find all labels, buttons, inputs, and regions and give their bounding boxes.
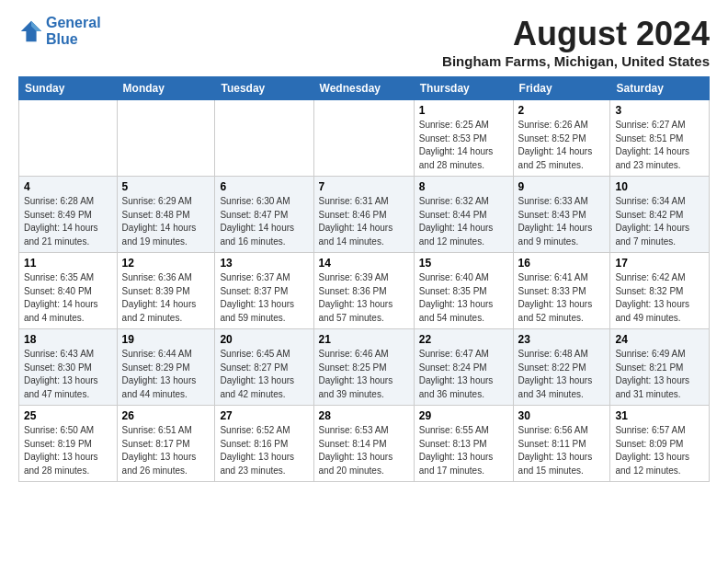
header: General Blue August 2024 Bingham Farms, … [18, 15, 710, 69]
day-info: Sunrise: 6:48 AMSunset: 8:22 PMDaylight:… [518, 348, 606, 401]
logo-icon [18, 18, 44, 44]
day-info: Sunrise: 6:40 AMSunset: 8:35 PMDaylight:… [419, 271, 508, 325]
calendar-day-cell: 4Sunrise: 6:28 AMSunset: 8:49 PMDaylight… [19, 177, 118, 253]
calendar-day-cell [313, 100, 414, 177]
day-number: 17 [615, 257, 704, 270]
calendar-header-row: SundayMondayTuesdayWednesdayThursdayFrid… [19, 77, 710, 100]
day-number: 16 [518, 257, 606, 270]
calendar-day-cell: 19Sunrise: 6:44 AMSunset: 8:29 PMDayligh… [117, 329, 215, 406]
day-info: Sunrise: 6:36 AMSunset: 8:39 PMDaylight:… [122, 271, 210, 325]
day-number: 10 [615, 180, 704, 193]
day-number: 31 [615, 409, 704, 422]
day-info: Sunrise: 6:46 AMSunset: 8:25 PMDaylight:… [319, 348, 409, 401]
day-info: Sunrise: 6:52 AMSunset: 8:16 PMDaylight:… [220, 424, 308, 477]
calendar-day-cell: 2Sunrise: 6:26 AMSunset: 8:52 PMDaylight… [513, 100, 610, 177]
calendar-day-cell [19, 100, 118, 177]
calendar-day-cell [117, 100, 215, 177]
calendar-week-row: 18Sunrise: 6:43 AMSunset: 8:30 PMDayligh… [19, 329, 710, 406]
calendar-day-header: Monday [117, 77, 215, 100]
day-number: 12 [122, 257, 210, 270]
page: General Blue August 2024 Bingham Farms, … [0, 0, 728, 497]
day-number: 14 [319, 257, 409, 270]
day-number: 1 [419, 104, 508, 117]
day-info: Sunrise: 6:28 AMSunset: 8:49 PMDaylight:… [24, 195, 112, 248]
calendar-day-cell: 1Sunrise: 6:25 AMSunset: 8:53 PMDaylight… [414, 100, 513, 177]
calendar-day-cell: 14Sunrise: 6:39 AMSunset: 8:36 PMDayligh… [313, 253, 414, 329]
calendar-day-cell: 21Sunrise: 6:46 AMSunset: 8:25 PMDayligh… [313, 329, 414, 406]
title-block: August 2024 Bingham Farms, Michigan, Uni… [442, 15, 710, 69]
calendar-day-cell: 24Sunrise: 6:49 AMSunset: 8:21 PMDayligh… [610, 329, 710, 406]
day-info: Sunrise: 6:50 AMSunset: 8:19 PMDaylight:… [24, 424, 112, 477]
calendar-day-cell: 17Sunrise: 6:42 AMSunset: 8:32 PMDayligh… [610, 253, 710, 329]
day-info: Sunrise: 6:34 AMSunset: 8:42 PMDaylight:… [615, 195, 704, 248]
day-info: Sunrise: 6:27 AMSunset: 8:51 PMDaylight:… [615, 119, 704, 172]
day-number: 20 [220, 333, 308, 346]
day-info: Sunrise: 6:53 AMSunset: 8:14 PMDaylight:… [319, 424, 409, 477]
day-number: 26 [122, 409, 210, 422]
calendar-day-cell: 10Sunrise: 6:34 AMSunset: 8:42 PMDayligh… [610, 177, 710, 253]
subtitle: Bingham Farms, Michigan, United States [442, 53, 710, 69]
calendar-day-cell: 22Sunrise: 6:47 AMSunset: 8:24 PMDayligh… [414, 329, 513, 406]
calendar-week-row: 11Sunrise: 6:35 AMSunset: 8:40 PMDayligh… [19, 253, 710, 329]
day-number: 21 [319, 333, 409, 346]
day-info: Sunrise: 6:42 AMSunset: 8:32 PMDaylight:… [615, 271, 704, 325]
calendar-day-cell: 11Sunrise: 6:35 AMSunset: 8:40 PMDayligh… [19, 253, 118, 329]
day-number: 11 [24, 257, 112, 270]
calendar-day-cell: 27Sunrise: 6:52 AMSunset: 8:16 PMDayligh… [215, 406, 313, 482]
calendar-day-cell: 13Sunrise: 6:37 AMSunset: 8:37 PMDayligh… [215, 253, 313, 329]
day-info: Sunrise: 6:35 AMSunset: 8:40 PMDaylight:… [24, 271, 112, 325]
day-info: Sunrise: 6:31 AMSunset: 8:46 PMDaylight:… [319, 195, 409, 248]
calendar-week-row: 25Sunrise: 6:50 AMSunset: 8:19 PMDayligh… [19, 406, 710, 482]
calendar-day-cell: 18Sunrise: 6:43 AMSunset: 8:30 PMDayligh… [19, 329, 118, 406]
calendar-table: SundayMondayTuesdayWednesdayThursdayFrid… [18, 76, 710, 482]
calendar-day-cell: 23Sunrise: 6:48 AMSunset: 8:22 PMDayligh… [513, 329, 610, 406]
day-number: 5 [122, 180, 210, 193]
day-number: 27 [220, 409, 308, 422]
day-info: Sunrise: 6:57 AMSunset: 8:09 PMDaylight:… [615, 424, 704, 477]
day-number: 19 [122, 333, 210, 346]
day-number: 2 [518, 104, 606, 117]
calendar-day-header: Wednesday [313, 77, 414, 100]
calendar-week-row: 4Sunrise: 6:28 AMSunset: 8:49 PMDaylight… [19, 177, 710, 253]
calendar-day-cell: 7Sunrise: 6:31 AMSunset: 8:46 PMDaylight… [313, 177, 414, 253]
day-info: Sunrise: 6:26 AMSunset: 8:52 PMDaylight:… [518, 119, 606, 172]
day-info: Sunrise: 6:39 AMSunset: 8:36 PMDaylight:… [319, 271, 409, 325]
day-number: 22 [419, 333, 508, 346]
calendar-day-cell: 25Sunrise: 6:50 AMSunset: 8:19 PMDayligh… [19, 406, 118, 482]
calendar-day-header: Tuesday [215, 77, 313, 100]
day-number: 15 [419, 257, 508, 270]
calendar-day-header: Sunday [19, 77, 118, 100]
day-info: Sunrise: 6:41 AMSunset: 8:33 PMDaylight:… [518, 271, 606, 325]
day-number: 6 [220, 180, 308, 193]
day-info: Sunrise: 6:45 AMSunset: 8:27 PMDaylight:… [220, 348, 308, 401]
calendar-day-cell: 30Sunrise: 6:56 AMSunset: 8:11 PMDayligh… [513, 406, 610, 482]
day-info: Sunrise: 6:37 AMSunset: 8:37 PMDaylight:… [220, 271, 308, 325]
calendar-day-header: Saturday [610, 77, 710, 100]
day-info: Sunrise: 6:29 AMSunset: 8:48 PMDaylight:… [122, 195, 210, 248]
calendar-day-cell: 15Sunrise: 6:40 AMSunset: 8:35 PMDayligh… [414, 253, 513, 329]
day-info: Sunrise: 6:32 AMSunset: 8:44 PMDaylight:… [419, 195, 508, 248]
day-info: Sunrise: 6:51 AMSunset: 8:17 PMDaylight:… [122, 424, 210, 477]
calendar-day-cell: 9Sunrise: 6:33 AMSunset: 8:43 PMDaylight… [513, 177, 610, 253]
logo-text: General Blue [46, 15, 101, 47]
day-number: 30 [518, 409, 606, 422]
day-info: Sunrise: 6:56 AMSunset: 8:11 PMDaylight:… [518, 424, 606, 477]
calendar-day-cell: 16Sunrise: 6:41 AMSunset: 8:33 PMDayligh… [513, 253, 610, 329]
calendar-day-header: Thursday [414, 77, 513, 100]
day-number: 23 [518, 333, 606, 346]
day-number: 29 [419, 409, 508, 422]
day-info: Sunrise: 6:25 AMSunset: 8:53 PMDaylight:… [419, 119, 508, 172]
day-info: Sunrise: 6:44 AMSunset: 8:29 PMDaylight:… [122, 348, 210, 401]
day-number: 8 [419, 180, 508, 193]
day-number: 4 [24, 180, 112, 193]
day-info: Sunrise: 6:33 AMSunset: 8:43 PMDaylight:… [518, 195, 606, 248]
calendar-day-cell: 5Sunrise: 6:29 AMSunset: 8:48 PMDaylight… [117, 177, 215, 253]
day-info: Sunrise: 6:55 AMSunset: 8:13 PMDaylight:… [419, 424, 508, 477]
calendar-day-header: Friday [513, 77, 610, 100]
calendar-day-cell: 20Sunrise: 6:45 AMSunset: 8:27 PMDayligh… [215, 329, 313, 406]
calendar-day-cell: 29Sunrise: 6:55 AMSunset: 8:13 PMDayligh… [414, 406, 513, 482]
day-number: 28 [319, 409, 409, 422]
day-info: Sunrise: 6:30 AMSunset: 8:47 PMDaylight:… [220, 195, 308, 248]
logo: General Blue [18, 15, 101, 47]
calendar-day-cell: 31Sunrise: 6:57 AMSunset: 8:09 PMDayligh… [610, 406, 710, 482]
